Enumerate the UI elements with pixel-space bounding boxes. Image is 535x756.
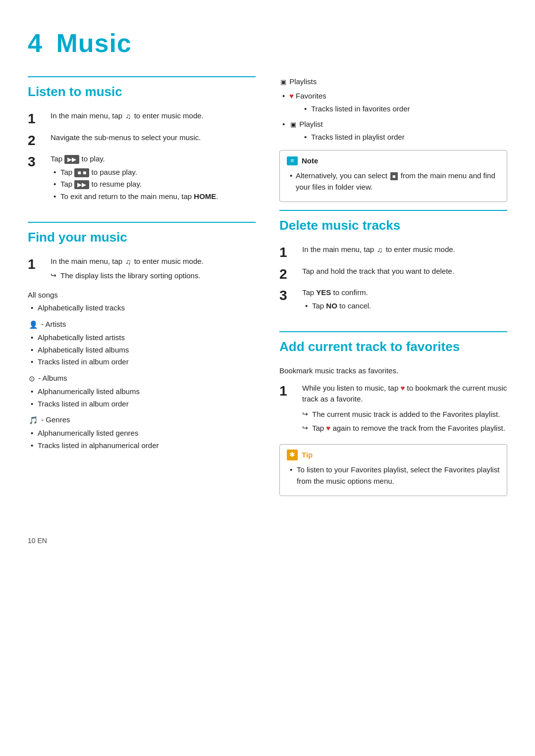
music-note-icon-3: ♫: [377, 245, 382, 256]
right-column: ▣ Playlists ♥ Favorites Tracks listed in…: [279, 76, 507, 512]
playlist-bullet-1: Tracks listed in playlist order: [301, 132, 507, 143]
listen-step-2-content: Navigate the sub-menus to select your mu…: [51, 132, 256, 146]
genres-bullet-1: Alphanumerically listed genres: [28, 428, 256, 439]
genres-icon: 🎵: [29, 415, 38, 426]
heart-icon-3: ♥: [326, 424, 330, 432]
favorites-step-1-content: While you listen to music, tap ♥ to book…: [302, 383, 507, 437]
page-footer: 10 EN: [28, 536, 507, 546]
artists-bullet-3: Tracks listed in album order: [28, 356, 256, 368]
music-note-icon-2: ♫: [125, 256, 131, 268]
playlist-item: ▣ Playlist Tracks listed in playlist ord…: [279, 119, 507, 143]
listen-step-1-num: 1: [28, 110, 46, 127]
tip-label: Tip: [302, 450, 313, 461]
delete-step-1: 1 In the main menu, tap ♫ to enter music…: [279, 244, 507, 261]
playlists-sub: ♥ Favorites Tracks listed in favorites o…: [279, 91, 507, 143]
listen-bullet-pause: Tap ■ ■ to pause play.: [51, 167, 256, 178]
folder-icon: ■: [390, 172, 398, 181]
chapter-number: 4: [28, 29, 43, 57]
playlists-label: ▣ Playlists: [279, 76, 507, 88]
find-step-1-num: 1: [28, 256, 46, 273]
music-note-icon: ♫: [125, 111, 131, 122]
tip-text: To listen to your Favorites playlist, se…: [287, 464, 500, 487]
left-column: Listen to music 1 In the main menu, tap …: [28, 76, 256, 467]
listen-step-2-text: Navigate the sub-menus to select your mu…: [51, 132, 256, 144]
albums-bullet-1: Alphanumerically listed albums: [28, 386, 256, 398]
note-icon: ≡: [287, 156, 298, 165]
favorites-sub-bullets: Tracks listed in favorites order: [289, 103, 507, 115]
delete-step-3: 3 Tap YES to confirm. Tap NO to cancel.: [279, 287, 507, 315]
artists-bullets: Alphabetically listed artists Alphabetic…: [28, 332, 256, 368]
listen-section: Listen to music 1 In the main menu, tap …: [28, 76, 256, 206]
artists-label: 👤 - Artists: [28, 319, 256, 330]
albums-group: ⊙ - Albums Alphanumerically listed album…: [28, 373, 256, 409]
genres-label: 🎵 - Genres: [28, 414, 256, 426]
favorites-step-1: 1 While you listen to music, tap ♥ to bo…: [279, 383, 507, 437]
listen-step-3-bullets: Tap ■ ■ to pause play. Tap ▶▶ to resume …: [51, 167, 256, 202]
listen-step-1-content: In the main menu, tap ♫ to enter music m…: [51, 110, 256, 124]
delete-step-1-text: In the main menu, tap ♫ to enter music m…: [302, 244, 507, 255]
favorites-bullet-1: Tracks listed in favorites order: [301, 103, 507, 115]
albums-label: ⊙ - Albums: [28, 373, 256, 384]
find-step-1-text: In the main menu, tap ♫ to enter music m…: [51, 256, 256, 267]
delete-step-3-num: 3: [279, 287, 297, 304]
allsongs-bullets: Alphabetically listed tracks: [28, 302, 256, 314]
listen-bullet-resume: Tap ▶▶ to resume play.: [51, 179, 256, 190]
note-label: Note: [302, 155, 318, 167]
home-label: HOME: [194, 192, 216, 201]
arrow-icon-3: ↪: [302, 423, 308, 433]
find-title: Find your music: [28, 222, 256, 247]
arrow-icon-2: ↪: [302, 409, 308, 419]
listen-bullet-home: To exit and return to the main menu, tap…: [51, 191, 256, 202]
artists-group: 👤 - Artists Alphabetically listed artist…: [28, 319, 256, 368]
play-button-icon: ▶▶: [64, 155, 79, 164]
title-text: Music: [56, 29, 131, 57]
find-step-1: 1 In the main menu, tap ♫ to enter music…: [28, 256, 256, 285]
delete-section: Delete music tracks 1 In the main menu, …: [279, 210, 507, 315]
find-step-1-arrow-text: The display lists the library sorting op…: [60, 270, 256, 282]
favorites-step-1-text: While you listen to music, tap ♥ to book…: [302, 383, 507, 405]
heart-icon-2: ♥: [400, 384, 405, 392]
delete-step-1-num: 1: [279, 244, 297, 261]
listen-step-1-text: In the main menu, tap ♫ to enter music m…: [51, 110, 256, 122]
find-section: Find your music 1 In the main menu, tap …: [28, 222, 256, 451]
albums-bullets: Alphanumerically listed albums Tracks li…: [28, 386, 256, 409]
favorites-arrow-1: ↪ The current music track is added to th…: [302, 409, 507, 420]
favorites-arrow-1-text: The current music track is added to the …: [312, 409, 507, 420]
delete-step-3-content: Tap YES to confirm. Tap NO to cancel.: [302, 287, 507, 315]
resume-button-icon: ▶▶: [74, 180, 89, 189]
no-label: NO: [326, 302, 337, 310]
delete-step-2-text: Tap and hold the track that you want to …: [302, 266, 507, 277]
find-step-1-arrow: ↪ The display lists the library sorting …: [51, 270, 256, 282]
playlist-icon: ▣: [290, 120, 296, 130]
delete-step-2: 2 Tap and hold the track that you want t…: [279, 266, 507, 283]
genres-bullet-2: Tracks listed in alphanumerical order: [28, 440, 256, 452]
pause-button-icon: ■ ■: [74, 168, 89, 177]
playlists-section: ▣ Playlists ♥ Favorites Tracks listed in…: [279, 76, 507, 202]
delete-step-2-content: Tap and hold the track that you want to …: [302, 266, 507, 279]
favorites-subtitle: Bookmark music tracks as favorites.: [279, 365, 507, 377]
tip-box: ✱ Tip To listen to your Favorites playli…: [279, 444, 507, 497]
listen-step-1: 1 In the main menu, tap ♫ to enter music…: [28, 110, 256, 127]
heart-icon: ♥: [289, 92, 294, 100]
delete-step-1-content: In the main menu, tap ♫ to enter music m…: [302, 244, 507, 257]
note-box: ≡ Note Alternatively, you can select ■ f…: [279, 150, 507, 202]
playlist-sub-bullets: Tracks listed in playlist order: [289, 132, 507, 143]
find-step-1-content: In the main menu, tap ♫ to enter music m…: [51, 256, 256, 285]
albums-icon: ⊙: [29, 373, 35, 385]
favorites-title: Add current track to favorites: [279, 331, 507, 356]
genres-bullets: Alphanumerically listed genres Tracks li…: [28, 428, 256, 451]
allsongs-bullet-1: Alphabetically listed tracks: [28, 302, 256, 314]
albums-bullet-2: Tracks listed in album order: [28, 399, 256, 410]
note-text: Alternatively, you can select ■ from the…: [287, 170, 500, 193]
tip-header: ✱ Tip: [287, 450, 500, 461]
genres-group: 🎵 - Genres Alphanumerically listed genre…: [28, 414, 256, 451]
allsongs-group: All songs Alphabetically listed tracks: [28, 290, 256, 314]
listen-title: Listen to music: [28, 76, 256, 101]
favorites-step-1-num: 1: [279, 383, 297, 400]
favorites-arrow-2-text: Tap ♥ again to remove the track from the…: [312, 423, 507, 434]
listen-step-2: 2 Navigate the sub-menus to select your …: [28, 132, 256, 149]
note-header: ≡ Note: [287, 155, 500, 167]
tip-icon: ✱: [287, 450, 298, 460]
favorites-section: Add current track to favorites Bookmark …: [279, 331, 507, 496]
listen-step-3-num: 3: [28, 153, 46, 170]
